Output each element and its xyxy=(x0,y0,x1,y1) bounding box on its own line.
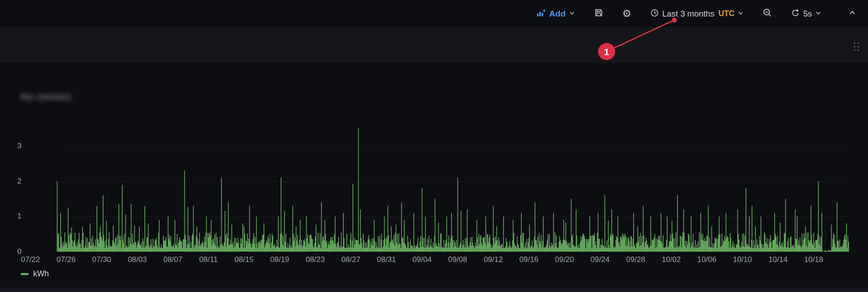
x-tick-label: 07/22 xyxy=(13,255,48,264)
x-tick-label: 09/12 xyxy=(475,255,511,264)
chevron-down-icon xyxy=(815,10,821,18)
timezone-label: UTC xyxy=(718,9,734,18)
refresh-interval-label: 5s xyxy=(803,9,812,19)
x-tick-label: 10/10 xyxy=(725,255,760,264)
x-tick-label: 08/07 xyxy=(155,255,191,264)
x-tick-label: 08/11 xyxy=(191,255,226,264)
zoom-out-icon xyxy=(763,8,772,19)
x-tick-label: 09/24 xyxy=(582,255,618,264)
y-tick-label: 3 xyxy=(0,142,22,150)
clock-icon xyxy=(650,9,659,19)
time-range-picker[interactable]: Last 3 months UTC xyxy=(650,9,744,19)
chevron-down-icon xyxy=(738,10,744,18)
save-dashboard-button[interactable] xyxy=(594,8,603,19)
legend-item-kwh[interactable]: kWh xyxy=(21,269,49,279)
grafana-topbar: Add ⚙ Last 3 xyxy=(0,0,868,28)
dashboard-settings-button[interactable]: ⚙ xyxy=(622,9,632,19)
x-tick-label: 08/31 xyxy=(369,255,404,264)
save-icon xyxy=(594,8,603,19)
x-tick-label: 08/23 xyxy=(297,255,333,264)
bar-chart-plus-icon xyxy=(536,9,546,19)
y-tick-label: 0 xyxy=(0,247,22,256)
x-tick-label: 07/30 xyxy=(84,255,120,264)
y-tick-label: 2 xyxy=(0,177,22,186)
x-tick-label: 08/27 xyxy=(333,255,369,264)
chart-panel: RD-1903302 xyxy=(0,64,868,287)
gear-icon: ⚙ xyxy=(622,9,632,19)
chevron-down-icon xyxy=(569,10,575,18)
x-tick-label: 09/20 xyxy=(547,255,582,264)
x-tick-label: 09/08 xyxy=(440,255,476,264)
x-tick-label: 08/19 xyxy=(262,255,298,264)
refresh-icon xyxy=(791,9,800,19)
topbar-actions: Add ⚙ Last 3 xyxy=(536,8,868,19)
x-tick-label: 08/15 xyxy=(226,255,262,264)
x-tick-label: 07/26 xyxy=(48,255,84,264)
dashboard-subbar xyxy=(0,28,868,64)
panel-title[interactable]: RD-1903302 xyxy=(21,92,71,102)
add-button[interactable]: Add xyxy=(536,9,575,19)
add-button-label: Add xyxy=(549,9,566,19)
x-tick-label: 09/28 xyxy=(618,255,654,264)
chevron-up-icon xyxy=(848,9,856,19)
x-tick-label: 09/16 xyxy=(511,255,547,264)
next-row-edge xyxy=(0,288,868,292)
legend-series-swatch xyxy=(21,273,29,275)
x-tick-label: 10/18 xyxy=(796,255,832,264)
zoom-out-time-button[interactable] xyxy=(763,8,772,19)
time-range-label: Last 3 months xyxy=(662,9,714,19)
y-tick-label: 1 xyxy=(0,212,22,221)
x-tick-label: 08/03 xyxy=(119,255,155,264)
x-tick-label: 09/04 xyxy=(404,255,440,264)
panel-drag-handle-icon[interactable] xyxy=(854,42,859,51)
legend-series-label: kWh xyxy=(33,269,49,279)
x-tick-label: 10/02 xyxy=(653,255,689,264)
collapse-topbar-button[interactable] xyxy=(848,9,856,19)
x-tick-label: 10/06 xyxy=(689,255,725,264)
x-tick-label: 10/14 xyxy=(760,255,796,264)
refresh-picker[interactable]: 5s xyxy=(791,9,821,19)
